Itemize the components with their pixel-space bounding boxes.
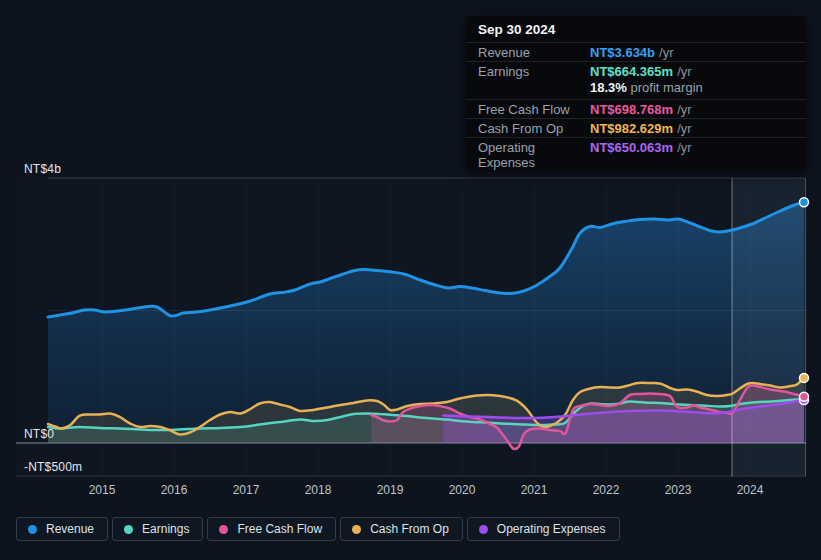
- legend-item-earnings[interactable]: Earnings: [112, 517, 203, 541]
- tooltip-value: NT$698.768m: [590, 102, 673, 117]
- x-axis: 2015201620172018201920202021202220232024: [0, 483, 821, 499]
- tooltip-value: NT$664.365m: [590, 64, 673, 79]
- legend-label: Operating Expenses: [497, 522, 606, 536]
- tooltip-date: Sep 30 2024: [466, 16, 806, 43]
- x-axis-label-2020: 2020: [440, 483, 484, 497]
- chart-tooltip: Sep 30 2024 Revenue NT$3.634b/yr Earning…: [466, 16, 806, 171]
- revenue-legend-dot-icon: [28, 525, 37, 534]
- tooltip-label: Cash From Op: [478, 121, 590, 136]
- legend-label: Cash From Op: [370, 522, 449, 536]
- tooltip-row-operating-expenses: Operating Expenses NT$650.063m/yr: [466, 138, 806, 171]
- legend-item-fcf[interactable]: Free Cash Flow: [207, 517, 336, 541]
- tooltip-unit: /yr: [677, 64, 691, 79]
- tooltip-unit: /yr: [677, 140, 691, 155]
- tooltip-value: NT$650.063m: [590, 140, 673, 155]
- tooltip-row-cash-from-op: Cash From Op NT$982.629m/yr: [466, 119, 806, 138]
- tooltip-label: Earnings: [478, 64, 590, 79]
- tooltip-row-free-cash-flow: Free Cash Flow NT$698.768m/yr: [466, 100, 806, 119]
- y-axis-label: NT$0: [24, 427, 54, 441]
- fcf-legend-dot-icon: [219, 525, 228, 534]
- hover-highlight-band: [732, 178, 806, 477]
- tooltip-unit: /yr: [677, 102, 691, 117]
- cfo-legend-dot-icon: [352, 525, 361, 534]
- tooltip-value: NT$982.629m: [590, 121, 673, 136]
- cfo-endpoint-dot[interactable]: [800, 373, 809, 382]
- x-axis-label-2023: 2023: [656, 483, 700, 497]
- tooltip-row-earnings: Earnings NT$664.365m/yr: [466, 62, 806, 80]
- legend-label: Revenue: [46, 522, 94, 536]
- x-axis-label-2019: 2019: [368, 483, 412, 497]
- tooltip-row-revenue: Revenue NT$3.634b/yr: [466, 43, 806, 62]
- tooltip-label: Operating Expenses: [478, 140, 590, 170]
- legend-label: Earnings: [142, 522, 189, 536]
- y-axis-label: -NT$500m: [24, 460, 82, 474]
- x-axis-label-2015: 2015: [80, 483, 124, 497]
- x-axis-label-2018: 2018: [296, 483, 340, 497]
- legend-item-cfo[interactable]: Cash From Op: [340, 517, 463, 541]
- tooltip-label: Free Cash Flow: [478, 102, 590, 117]
- fcf-endpoint-dot[interactable]: [800, 392, 809, 401]
- x-axis-label-2022: 2022: [584, 483, 628, 497]
- earnings-legend-dot-icon: [124, 525, 133, 534]
- opex-legend-dot-icon: [479, 525, 488, 534]
- tooltip-unit: /yr: [677, 121, 691, 136]
- legend-label: Free Cash Flow: [237, 522, 322, 536]
- x-axis-label-2021: 2021: [512, 483, 556, 497]
- tooltip-value: NT$3.634b: [590, 45, 655, 60]
- x-axis-label-2017: 2017: [224, 483, 268, 497]
- tooltip-unit: /yr: [659, 45, 673, 60]
- legend-item-opex[interactable]: Operating Expenses: [467, 517, 620, 541]
- x-axis-label-2024: 2024: [728, 483, 772, 497]
- legend-item-revenue[interactable]: Revenue: [16, 517, 108, 541]
- chart-legend: RevenueEarningsFree Cash FlowCash From O…: [16, 517, 624, 541]
- tooltip-label: Revenue: [478, 45, 590, 60]
- y-axis-label: NT$4b: [24, 162, 61, 176]
- tooltip-profit-margin: 18.3% profit margin: [466, 80, 806, 100]
- x-axis-label-2016: 2016: [152, 483, 196, 497]
- revenue-endpoint-dot[interactable]: [800, 198, 809, 207]
